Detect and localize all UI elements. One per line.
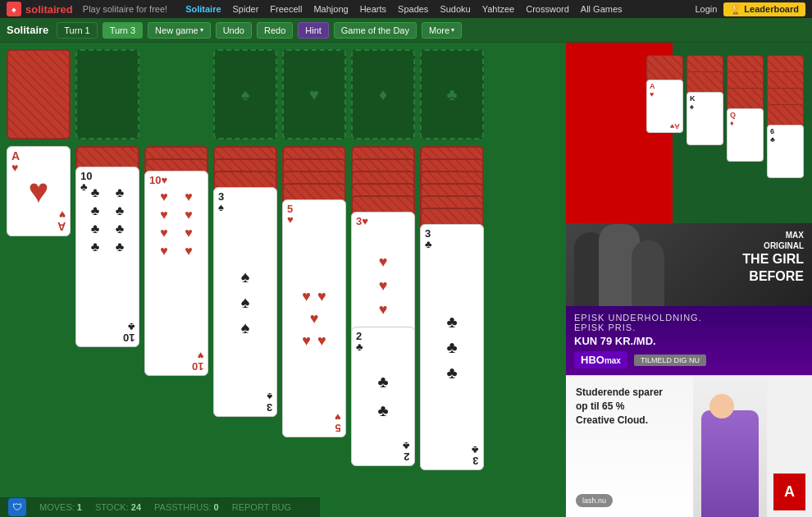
card-value-top: 5♥ — [287, 204, 294, 225]
turn3-button[interactable]: Turn 3 — [103, 22, 143, 39]
nav-mahjong[interactable]: Mahjong — [313, 4, 348, 14]
nav-right: Login 🏆 Leaderboard — [695, 2, 805, 16]
foundation-3-suit-icon: ♦ — [379, 85, 387, 104]
foundation-1-suit-icon: ♠ — [241, 85, 250, 104]
top-nav: ♠ solitaired Play solitaire for free! So… — [0, 0, 812, 18]
login-button[interactable]: Login — [695, 4, 717, 14]
card-pips-3clubs: ♣♣♣ — [421, 225, 483, 469]
column-4: 3♠ ♠♠♠ 3♠ — [213, 146, 277, 474]
card-5-hearts[interactable]: 5♥ ♥♥ ♥ ♥♥ 5♥ — [282, 199, 346, 437]
foundation-2[interactable]: ♥ — [282, 49, 346, 140]
silhouette-3 — [632, 240, 664, 306]
card-10-clubs[interactable]: 10♣ ♣♣ ♣♣ ♣♣ ♣♣ 10♣ — [75, 167, 139, 347]
ad-hbo-text: EPISK UNDERHOLDNING. EPISK PRIS. KUN 79 … — [566, 306, 812, 375]
card-value-bottom: 3♣ — [472, 445, 479, 466]
new-game-button[interactable]: New game ▾ — [148, 22, 211, 39]
ad-adobe-logo: A — [767, 376, 812, 517]
ad-adobe-cta-wrapper: lash.nu — [576, 490, 683, 507]
card-3-spades[interactable]: 3♠ ♠♠♠ 3♠ — [213, 187, 277, 417]
status-bar: 🛡 MOVES: 1 STOCK: 24 PASSTHRUS: 0 REPORT… — [0, 497, 320, 517]
logo-area[interactable]: ♠ solitaired — [7, 2, 73, 16]
waste-pile[interactable] — [75, 49, 139, 140]
adobe-logo-box: A — [773, 474, 805, 510]
stock-pile[interactable] — [7, 49, 71, 140]
card-value-top: 2♣ — [356, 331, 363, 352]
nav-links: Solitaire Spider Freecell Mahjong Hearts… — [185, 4, 622, 14]
leaderboard-button[interactable]: 🏆 Leaderboard — [723, 2, 805, 16]
column-1: A♥ ♥ A♥ — [7, 146, 71, 474]
nav-all-games[interactable]: All Games — [581, 4, 623, 14]
hbo-logo: HBOmax — [574, 351, 627, 368]
nav-crossword[interactable]: Crossword — [526, 4, 569, 14]
card-value-bottom: 3♠ — [267, 391, 272, 413]
ad-hbo[interactable]: MAXORIGINAL THE GIRLBEFORE EPISK UNDERHO… — [566, 223, 812, 375]
card-ace-hearts[interactable]: A♥ ♥ A♥ — [7, 146, 71, 236]
ad-hbo-subtitle: EPISK UNDERHOLDNING. — [574, 313, 804, 323]
nav-sudoku[interactable]: Sudoku — [440, 4, 470, 14]
columns-area: A♥ ♥ A♥ 10♣ ♣♣ ♣♣ ♣♣ ♣♣ — [7, 146, 559, 517]
ad-adobe[interactable]: Studerende sparerop til 65 %Creative Clo… — [566, 375, 812, 517]
game-of-day-button[interactable]: Game of the Day — [334, 22, 417, 39]
ad-cards-area: A♥ A♥ K♠ Q♦ — [646, 55, 804, 219]
column-2: 10♣ ♣♣ ♣♣ ♣♣ ♣♣ 10♣ — [75, 146, 139, 474]
ad-hbo-bottom: HBOmax TILMELD DIG NU — [574, 351, 804, 368]
nav-spider[interactable]: Spider — [233, 4, 259, 14]
ad-hbo-tagline: EPISK PRIS. — [574, 323, 804, 332]
stock-label: STOCK: 24 — [95, 502, 141, 512]
mini-card-spades: K♠ — [687, 92, 723, 145]
tagline: Play solitaire for free! — [83, 4, 167, 14]
foundation-2-suit-icon: ♥ — [309, 85, 319, 104]
ad-adobe-btn[interactable]: lash.nu — [576, 494, 613, 507]
card-value-top: 3♥ — [356, 216, 368, 226]
nav-freecell[interactable]: Freecell — [270, 4, 302, 14]
card-pips-spades: ♠♠♠ — [214, 188, 276, 416]
turn1-button[interactable]: Turn 1 — [57, 22, 97, 39]
trophy-icon: 🏆 — [730, 4, 741, 15]
card-10-hearts[interactable]: 10♥ ♥♥ ♥♥ ♥♥ ♥♥ 10♥ — [144, 171, 208, 376]
ad-adobe-person — [693, 376, 767, 517]
card-value-bottom: 10♣ — [123, 322, 135, 343]
card-value-bottom: 10♥ — [192, 350, 203, 372]
column-7: 3♣ ♣♣♣ 3♣ — [420, 146, 484, 517]
mini-card-clubs: 6♣ — [767, 125, 804, 178]
card-value-top: 3♠ — [218, 191, 224, 213]
foundation-4[interactable]: ♣ — [420, 49, 484, 140]
card-value-bottom: A♥ — [57, 209, 66, 232]
foundation-3[interactable]: ♦ — [351, 49, 415, 140]
hbo-cta-button[interactable]: TILMELD DIG NU — [634, 355, 706, 366]
ad-top-area: A♥ A♥ K♠ Q♦ — [566, 43, 812, 223]
main-area: ♠ ♥ ♦ ♣ A♥ ♥ A♥ — [0, 43, 812, 517]
person-head — [709, 394, 734, 419]
mini-card-diamonds: Q♦ — [727, 108, 764, 162]
nav-hearts[interactable]: Hearts — [360, 4, 386, 14]
card-value-top: 10♥ — [149, 175, 167, 185]
passthrus-label: PASSTHRUS: 0 — [154, 502, 219, 512]
undo-button[interactable]: Undo — [216, 22, 252, 39]
logo-text: solitaired — [25, 3, 73, 16]
toolbar: Solitaire Turn 1 Turn 3 New game ▾ Undo … — [0, 18, 812, 43]
card-2-clubs[interactable]: 2♣ ♣♣ 2♣ — [351, 327, 415, 466]
adobe-logo-text: A — [784, 483, 795, 501]
card-3-clubs[interactable]: 3♣ ♣♣♣ 3♣ — [420, 224, 484, 470]
report-bug-link[interactable]: REPORT BUG — [232, 502, 291, 512]
foundation-1[interactable]: ♠ — [213, 49, 277, 140]
hint-button[interactable]: Hint — [298, 22, 329, 39]
nav-spades[interactable]: Spades — [398, 4, 428, 14]
card-value-top: 10♣ — [80, 171, 92, 192]
foundation-4-suit-icon: ♣ — [446, 85, 457, 104]
logo-icon: ♠ — [7, 2, 21, 16]
card-value-top: A♥ — [11, 150, 20, 173]
column-6: 3♥ ♥♥♥ 3♥ 2♣ ♣♣ 2♣ — [351, 146, 415, 517]
nav-yahtzee[interactable]: Yahtzee — [482, 4, 515, 14]
nav-solitaire[interactable]: Solitaire — [185, 4, 221, 14]
ad-adobe-left: Studerende sparerop til 65 %Creative Clo… — [566, 376, 693, 517]
ad-adobe-headline: Studerende sparerop til 65 %Creative Clo… — [576, 386, 683, 427]
person-silhouette — [701, 410, 759, 517]
redo-button[interactable]: Redo — [257, 22, 293, 39]
more-button[interactable]: More ▾ — [422, 22, 462, 39]
game-title: Solitaire — [7, 24, 48, 36]
hbo-title-overlay: MAXORIGINAL THE GIRLBEFORE — [742, 230, 804, 286]
ad-hbo-image: MAXORIGINAL THE GIRLBEFORE — [566, 223, 812, 306]
card-value-bottom: 2♣ — [403, 441, 410, 462]
shield-icon: 🛡 — [8, 498, 26, 516]
